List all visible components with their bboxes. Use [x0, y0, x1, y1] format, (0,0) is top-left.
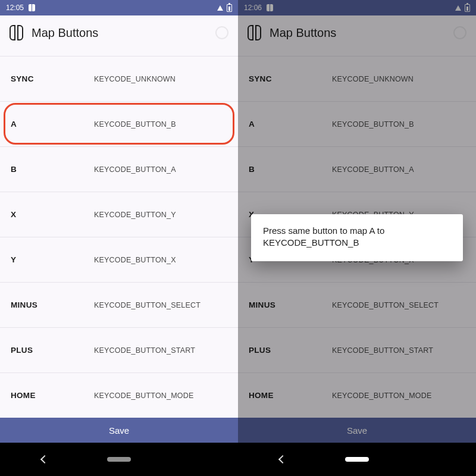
map-row-a[interactable]: AKEYCODE_BUTTON_B [238, 101, 476, 146]
joycon-icon [267, 4, 273, 11]
dialog-text: Press same button to map A to KEYCODE_BU… [263, 226, 384, 248]
android-nav-bar [0, 443, 476, 476]
save-button[interactable]: Save [0, 418, 238, 443]
page-title: Map Buttons [32, 26, 207, 40]
map-row-code: KEYCODE_BUTTON_X [94, 256, 176, 264]
map-row-x[interactable]: XKEYCODE_BUTTON_Y [0, 192, 238, 237]
map-row-name: A [249, 120, 332, 129]
map-row-code: KEYCODE_BUTTON_MODE [332, 392, 432, 400]
map-row-name: SYNC [11, 74, 94, 83]
map-row-code: KEYCODE_BUTTON_Y [94, 211, 176, 219]
map-row-code: KEYCODE_BUTTON_B [332, 120, 414, 129]
map-row-code: KEYCODE_BUTTON_SELECT [332, 301, 439, 309]
screenshot-left: 12:05 Map Buttons SYNCKEYCODE_UNKNOWNAKE… [0, 0, 238, 443]
nav-back-icon[interactable] [40, 455, 49, 464]
map-row-name: A [11, 120, 94, 129]
refresh-icon[interactable] [453, 26, 466, 39]
wifi-icon [455, 5, 461, 11]
nav-home-icon[interactable] [345, 457, 369, 462]
status-time: 12:06 [244, 4, 262, 12]
map-row-code: KEYCODE_BUTTON_A [94, 165, 176, 174]
title-bar: Map Buttons [238, 15, 476, 50]
button-map-list: SYNCKEYCODE_UNKNOWNAKEYCODE_BUTTON_BBKEY… [0, 50, 238, 418]
map-row-minus[interactable]: MINUSKEYCODE_BUTTON_SELECT [238, 282, 476, 327]
screenshot-right: 12:06 Map Buttons SYNCKEYCODE_UNKNOWNAKE… [238, 0, 476, 443]
map-row-name: MINUS [249, 300, 332, 309]
map-row-code: KEYCODE_BUTTON_START [332, 346, 433, 355]
status-time: 12:05 [6, 4, 24, 12]
map-row-b[interactable]: BKEYCODE_BUTTON_A [238, 146, 476, 192]
map-row-code: KEYCODE_UNKNOWN [94, 75, 176, 83]
map-row-sync[interactable]: SYNCKEYCODE_UNKNOWN [0, 56, 238, 101]
status-bar: 12:06 [238, 0, 476, 15]
joycon-icon [248, 25, 261, 40]
nav-home-icon[interactable] [107, 457, 131, 462]
map-row-name: HOME [249, 391, 332, 400]
status-bar: 12:05 [0, 0, 238, 15]
save-button[interactable]: Save [238, 418, 476, 443]
page-title: Map Buttons [270, 26, 445, 40]
map-row-name: Y [11, 255, 94, 264]
map-row-name: B [249, 165, 332, 174]
map-row-home[interactable]: HOMEKEYCODE_BUTTON_MODE [0, 372, 238, 418]
nav-back-icon[interactable] [278, 455, 287, 464]
map-row-code: KEYCODE_BUTTON_MODE [94, 392, 194, 400]
battery-icon [465, 4, 470, 12]
map-row-name: PLUS [11, 346, 94, 355]
title-bar: Map Buttons [0, 15, 238, 50]
map-row-b[interactable]: BKEYCODE_BUTTON_A [0, 146, 238, 192]
map-row-home[interactable]: HOMEKEYCODE_BUTTON_MODE [238, 372, 476, 418]
map-row-code: KEYCODE_BUTTON_A [332, 165, 414, 174]
map-row-name: PLUS [249, 346, 332, 355]
wifi-icon [217, 5, 223, 11]
map-row-plus[interactable]: PLUSKEYCODE_BUTTON_START [238, 327, 476, 372]
map-row-code: KEYCODE_BUTTON_B [94, 120, 176, 129]
refresh-icon[interactable] [215, 26, 228, 39]
map-row-plus[interactable]: PLUSKEYCODE_BUTTON_START [0, 327, 238, 372]
map-row-name: MINUS [11, 300, 94, 309]
map-row-y[interactable]: YKEYCODE_BUTTON_X [0, 237, 238, 282]
map-row-name: HOME [11, 391, 94, 400]
map-row-code: KEYCODE_BUTTON_START [94, 346, 195, 355]
joycon-icon [10, 25, 23, 40]
map-row-a[interactable]: AKEYCODE_BUTTON_B [0, 101, 238, 146]
joycon-icon [29, 4, 35, 11]
mapping-dialog[interactable]: Press same button to map A to KEYCODE_BU… [251, 214, 463, 261]
map-row-name: B [11, 165, 94, 174]
map-row-name: X [11, 210, 94, 219]
map-row-code: KEYCODE_BUTTON_SELECT [94, 301, 201, 309]
battery-icon [227, 4, 232, 12]
map-row-sync[interactable]: SYNCKEYCODE_UNKNOWN [238, 56, 476, 101]
map-row-minus[interactable]: MINUSKEYCODE_BUTTON_SELECT [0, 282, 238, 327]
map-row-code: KEYCODE_UNKNOWN [332, 75, 414, 83]
map-row-name: SYNC [249, 74, 332, 83]
